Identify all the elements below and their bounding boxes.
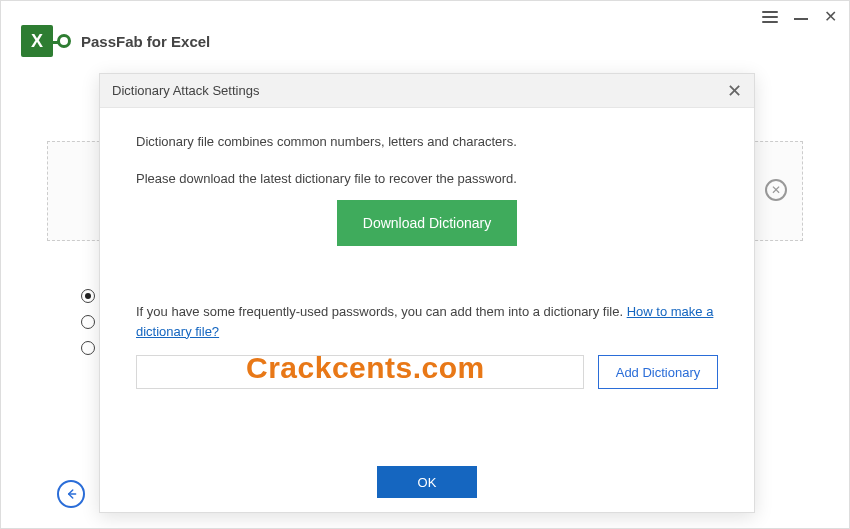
window-close-button[interactable]: ✕ [824, 9, 837, 25]
remove-file-button[interactable]: ✕ [765, 179, 787, 201]
radio-option-1[interactable] [81, 289, 95, 303]
download-dictionary-button[interactable]: Download Dictionary [337, 200, 517, 246]
radio-option-2[interactable] [81, 315, 95, 329]
radio-option-3[interactable] [81, 341, 95, 355]
key-icon [57, 34, 71, 48]
attack-type-radios [81, 289, 95, 355]
back-button[interactable] [57, 480, 85, 508]
dictionary-settings-dialog: Dictionary Attack Settings ✕ Dictionary … [99, 73, 755, 513]
frequent-passwords-hint: If you have some frequently-used passwor… [136, 302, 718, 341]
frequent-passwords-text: If you have some frequently-used passwor… [136, 304, 627, 319]
dialog-title: Dictionary Attack Settings [112, 83, 259, 98]
app-header: X PassFab for Excel [21, 25, 210, 57]
excel-logo-icon: X [21, 25, 53, 57]
add-dictionary-button[interactable]: Add Dictionary [598, 355, 718, 389]
dialog-header: Dictionary Attack Settings ✕ [100, 74, 754, 108]
menu-icon[interactable] [762, 11, 778, 23]
dialog-description-1: Dictionary file combines common numbers,… [136, 134, 718, 149]
app-logo: X [21, 25, 71, 57]
app-title: PassFab for Excel [81, 33, 210, 50]
dialog-description-2: Please download the latest dictionary fi… [136, 171, 718, 186]
minimize-button[interactable] [794, 9, 808, 25]
dictionary-path-input[interactable] [136, 355, 584, 389]
ok-button[interactable]: OK [377, 466, 477, 498]
dialog-close-button[interactable]: ✕ [727, 80, 742, 102]
